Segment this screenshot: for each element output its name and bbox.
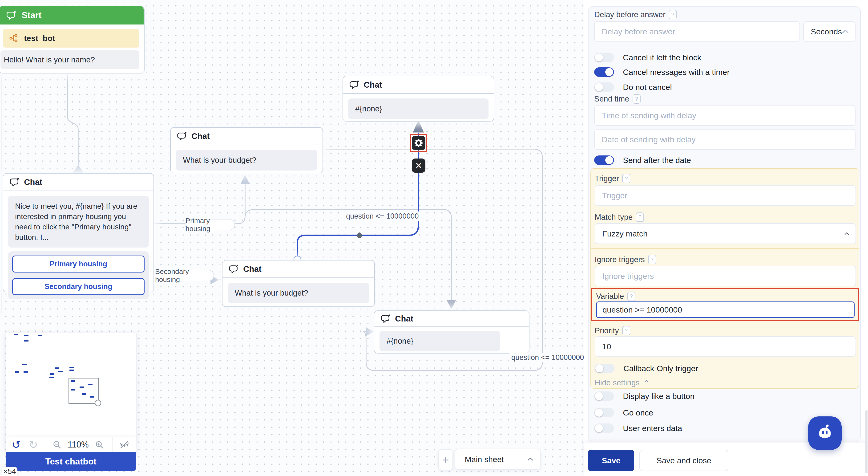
edge-delete-button[interactable]: ✕	[412, 158, 425, 173]
help-icon[interactable]: ?	[648, 255, 656, 264]
flow-canvas[interactable]: Start test_bot Hello! What is your name?…	[0, 0, 584, 476]
minimap-node-mark	[58, 371, 63, 373]
settings-card: Delay before answer? Seconds Cancel if l…	[588, 6, 861, 442]
node-chat-none-bottom[interactable]: Chat #{none}	[374, 310, 529, 354]
delay-input[interactable]	[594, 21, 800, 42]
minimap-node-mark	[69, 369, 74, 371]
callback-toggle[interactable]	[595, 364, 615, 373]
user-enters-data-row: User enters data	[594, 423, 682, 433]
plus-icon: +	[442, 453, 449, 466]
match-type-select[interactable]: Fuzzy match	[595, 223, 856, 244]
cancel-timer-row: Cancel messages with a timer	[594, 67, 730, 77]
minimap-node-mark	[69, 367, 74, 368]
chat-icon	[380, 314, 391, 324]
node-message[interactable]: What is your budget?	[176, 150, 317, 171]
edge-primary	[145, 178, 245, 247]
edge-midpoint-handle	[357, 233, 362, 238]
node-chat-welcome[interactable]: Chat Nice to meet you, #{name} If you ar…	[3, 173, 154, 292]
minimap-node-mark	[50, 373, 54, 375]
ignore-triggers-input[interactable]	[595, 266, 856, 287]
minimap-node-mark	[38, 335, 42, 336]
send-after-toggle[interactable]	[594, 155, 614, 165]
element-count-badge: ×54	[2, 467, 18, 476]
edge-label-primary: Primary housing	[185, 219, 235, 230]
zoom-out-icon[interactable]	[53, 440, 61, 449]
edge-settings-button[interactable]	[412, 136, 425, 150]
hide-elements-icon[interactable]	[119, 440, 129, 450]
node-start[interactable]: Start test_bot Hello! What is your name?	[0, 6, 145, 73]
help-icon[interactable]: ?	[632, 94, 641, 103]
node-message[interactable]: Nice to meet you, #{name} If you are int…	[8, 196, 149, 247]
node-message[interactable]: #{none}	[348, 98, 489, 119]
send-after-row: Send after the date	[594, 155, 691, 165]
save-button[interactable]: Save	[588, 450, 634, 471]
minimap-node-mark	[15, 371, 19, 373]
help-icon[interactable]: ?	[636, 212, 644, 222]
minimap-resize-handle[interactable]	[95, 400, 101, 406]
chat-button-secondary-housing[interactable]: Secondary housing	[12, 278, 145, 295]
caret-up-icon: ⌃	[643, 379, 649, 387]
node-message[interactable]: What is your budget?	[228, 282, 369, 303]
send-time-input[interactable]	[594, 105, 856, 126]
delay-unit-select[interactable]: Seconds	[803, 21, 856, 42]
chatbot-assistant-button[interactable]	[808, 416, 842, 450]
chevron-up-icon	[527, 457, 533, 462]
callback-row: Callback-Only trigger	[595, 364, 698, 373]
minimap-viewport[interactable]	[68, 378, 99, 404]
help-icon[interactable]: ?	[622, 174, 630, 183]
sheet-selector[interactable]: Main sheet	[455, 449, 540, 470]
priority-input[interactable]	[595, 336, 856, 357]
add-sheet-button[interactable]: +	[438, 449, 453, 470]
match-type-label: Match type?	[595, 212, 644, 222]
help-icon[interactable]: ?	[669, 10, 677, 19]
minimap-node-mark	[24, 371, 28, 373]
redo-button[interactable]: ↻	[29, 439, 38, 450]
variable-input[interactable]	[596, 301, 855, 318]
node-chat-none-top[interactable]: Chat #{none}	[343, 76, 494, 122]
send-date-input[interactable]	[594, 129, 856, 150]
node-start-message[interactable]: Hello! What is your name?	[0, 51, 140, 69]
chat-icon	[349, 80, 360, 90]
trigger-label: Trigger?	[595, 174, 630, 183]
minimap-node-mark	[24, 340, 29, 341]
node-chat-budget-b[interactable]: Chat What is your budget?	[222, 260, 375, 307]
help-icon[interactable]: ?	[627, 292, 636, 301]
minimap-node-mark	[22, 364, 27, 365]
save-and-close-button[interactable]: Save and close	[640, 450, 728, 471]
variable-highlight-box: Variable?	[591, 288, 859, 321]
cancel-left-toggle[interactable]	[594, 53, 614, 62]
edge-condition-upper: question <= 10000000	[344, 211, 421, 221]
test-chatbot-button[interactable]: Test chatbot	[6, 452, 136, 471]
panel-scrollbar[interactable]	[865, 410, 868, 473]
do-not-cancel-row: Do not cancel	[594, 83, 672, 92]
help-icon[interactable]: ?	[622, 326, 630, 335]
user-enters-data-toggle[interactable]	[594, 423, 614, 433]
minimap[interactable]	[6, 333, 136, 438]
section-divider	[591, 248, 859, 249]
close-icon: ✕	[415, 161, 422, 170]
node-start-title: Start	[22, 10, 41, 20]
robot-icon	[816, 424, 834, 442]
do-not-cancel-toggle[interactable]	[594, 83, 614, 92]
node-chat-budget-a[interactable]: Chat What is your budget?	[170, 127, 323, 173]
cancel-left-row: Cancel if left the block	[594, 53, 701, 62]
go-once-toggle[interactable]	[594, 408, 614, 417]
node-buttons: Primary housing Secondary housing	[8, 251, 149, 299]
hide-settings-link[interactable]: Hide settings⌃	[595, 378, 649, 387]
node-message[interactable]: #{none}	[379, 331, 500, 351]
chat-button-primary-housing[interactable]: Primary housing	[12, 256, 145, 272]
undo-button[interactable]: ↺	[11, 439, 21, 450]
node-start-bot-row[interactable]: test_bot	[3, 29, 140, 48]
chat-icon	[6, 10, 17, 21]
canvas-toolbar: ↺ ↻ 110%	[6, 437, 136, 452]
settings-panel: Delay before answer? Seconds Cancel if l…	[584, 0, 868, 476]
trigger-input[interactable]	[595, 185, 856, 206]
edge-condition-lower: question <= 10000000	[509, 353, 586, 362]
edge-start-welcome	[67, 72, 78, 167]
send-time-label: Send time?	[594, 94, 641, 103]
display-button-toggle[interactable]	[594, 391, 614, 401]
zoom-in-icon[interactable]	[95, 440, 104, 449]
minimap-node-mark	[14, 334, 18, 335]
branch-icon	[9, 33, 18, 43]
cancel-timer-toggle[interactable]	[594, 67, 614, 77]
